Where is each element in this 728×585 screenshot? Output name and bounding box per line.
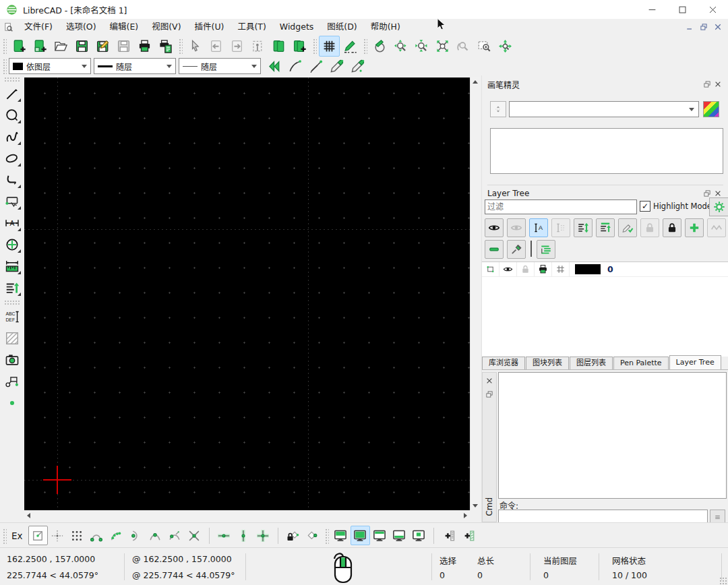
zoom-window-button[interactable] — [474, 36, 495, 57]
snap-distance-button[interactable] — [165, 526, 185, 545]
selection-pointer-button[interactable] — [185, 36, 206, 57]
new-from-template-button[interactable] — [30, 36, 51, 57]
dock-area-top-button[interactable] — [370, 526, 390, 545]
line-type-combobox[interactable]: 随层 — [179, 58, 261, 74]
command-input[interactable] — [498, 510, 708, 524]
menu-item-3[interactable]: 视图(V) — [145, 19, 187, 35]
zoom-pan-button[interactable] — [495, 36, 516, 57]
layer-tools-button[interactable] — [507, 240, 526, 259]
snap-intersection-button[interactable] — [185, 526, 204, 545]
menu-item-1[interactable]: 选项(O) — [59, 19, 103, 35]
scroll-left-arrow[interactable] — [27, 513, 30, 518]
layer-lock-cell[interactable] — [517, 262, 535, 276]
rename-layer-button[interactable]: A — [529, 218, 548, 237]
move-layer-top-button[interactable] — [596, 218, 615, 237]
circle-center-tool-button[interactable] — [2, 235, 22, 255]
command-dock-titlebar[interactable]: Cmd — [482, 372, 497, 522]
edit-layer-pen-button[interactable] — [618, 218, 637, 237]
toolbar-handle[interactable] — [363, 38, 367, 54]
zoom-in-button[interactable] — [390, 36, 411, 57]
exclusive-snap-button[interactable] — [28, 526, 48, 545]
mdi-close-button[interactable] — [711, 22, 724, 33]
snap-center-button[interactable] — [126, 526, 146, 545]
restrict-orthogonal-button[interactable] — [253, 526, 273, 545]
command-output[interactable] — [498, 372, 727, 499]
snap-middle-button[interactable] — [146, 526, 165, 545]
toolbar-handle[interactable] — [2, 528, 7, 544]
dock-area-left-button[interactable] — [331, 526, 351, 545]
toolbar-handle[interactable] — [2, 58, 7, 74]
menu-item-8[interactable]: 帮助(H) — [364, 19, 407, 35]
menu-item-6[interactable]: Widgets — [273, 19, 321, 35]
hatch-tool-button[interactable] — [2, 328, 22, 348]
layer-visibility-cell[interactable] — [499, 262, 517, 276]
toolbar-handle[interactable] — [4, 300, 20, 305]
set-relative-zero-button[interactable] — [303, 526, 322, 545]
toolbar-handle[interactable] — [178, 38, 183, 54]
snap-on-entity-button[interactable] — [107, 526, 126, 545]
layer-print-cell[interactable] — [535, 262, 552, 276]
apply-pen-button[interactable] — [326, 56, 347, 77]
show-layer-button[interactable] — [485, 218, 504, 237]
mdi-restore-button[interactable] — [697, 22, 710, 33]
menu-item-7[interactable]: 图纸(D) — [320, 19, 363, 35]
tab-0[interactable]: 库浏览器 — [482, 357, 525, 369]
close-button[interactable] — [698, 0, 728, 19]
line-tool-button[interactable] — [2, 84, 22, 104]
edit-layer-disabled-button[interactable] — [551, 218, 570, 237]
tab-3[interactable]: Pen Palette — [613, 357, 669, 369]
image-tool-button[interactable] — [2, 350, 22, 370]
toolbar-handle[interactable] — [2, 38, 7, 54]
scroll-right-arrow[interactable] — [464, 513, 467, 518]
drawing-canvas[interactable] — [24, 78, 470, 510]
copy-pen-settings-button[interactable] — [347, 56, 368, 77]
remove-layer-button[interactable] — [485, 240, 504, 259]
layer-color-swatch[interactable] — [575, 264, 601, 274]
line-width-combobox[interactable]: 随层 — [94, 58, 176, 74]
zoom-previous-button[interactable] — [453, 36, 474, 57]
pen-wizard-list[interactable] — [490, 128, 723, 174]
open-button[interactable] — [51, 36, 71, 57]
dock-float-button[interactable] — [484, 389, 495, 400]
sort-layers-button[interactable] — [574, 218, 593, 237]
vertical-scrollbar[interactable] — [470, 78, 480, 510]
tab-4[interactable]: Layer Tree — [669, 355, 721, 369]
tab-2[interactable]: 图层列表 — [570, 357, 613, 369]
document-window-icon[interactable] — [3, 22, 13, 32]
draw-order-tool-button[interactable] — [2, 278, 22, 298]
back-button[interactable] — [264, 56, 284, 77]
undo-button[interactable] — [206, 36, 226, 57]
zoom-out-button[interactable] — [411, 36, 432, 57]
lock-layer-button[interactable] — [663, 218, 681, 237]
menu-item-0[interactable]: 文件(F) — [18, 19, 59, 35]
tab-1[interactable]: 图块列表 — [526, 357, 569, 369]
dock-close-button[interactable] — [484, 375, 495, 386]
snap-grid-button[interactable] — [48, 526, 67, 545]
restrict-horizontal-button[interactable] — [214, 526, 234, 545]
spline-tool-button[interactable] — [2, 127, 22, 147]
hide-layer-button[interactable] — [507, 218, 526, 237]
draft-mode-button[interactable] — [340, 36, 361, 57]
circle-tool-button[interactable] — [2, 105, 22, 125]
add-pen-palette-button[interactable] — [458, 526, 478, 545]
snap-grid-points-button[interactable] — [67, 526, 87, 545]
dock-area-bottom-button[interactable] — [390, 526, 409, 545]
block-tool-button[interactable] — [2, 371, 22, 392]
maximize-button[interactable] — [667, 0, 698, 19]
layer-construction-cell[interactable] — [552, 262, 570, 276]
layer-settings-button[interactable] — [709, 197, 728, 216]
restrict-vertical-button[interactable] — [234, 526, 253, 545]
dock-area-right-button[interactable] — [351, 526, 370, 545]
measure-tool-button[interactable] — [2, 256, 22, 276]
dimension-tool-button[interactable]: A — [2, 213, 22, 233]
menu-item-2[interactable]: 编辑(E) — [103, 19, 146, 35]
unlock-layer-button[interactable] — [640, 218, 659, 237]
mdi-minimize-button[interactable] — [683, 22, 696, 33]
print-preview-button[interactable] — [155, 36, 176, 57]
layer-options-button[interactable] — [707, 218, 726, 237]
pen-wizard-combobox[interactable] — [509, 101, 699, 117]
layer-handle-cell[interactable] — [482, 262, 499, 276]
scroll-up-arrow[interactable] — [473, 80, 478, 84]
new-document-button[interactable] — [9, 36, 30, 57]
paste-button[interactable] — [289, 36, 310, 57]
